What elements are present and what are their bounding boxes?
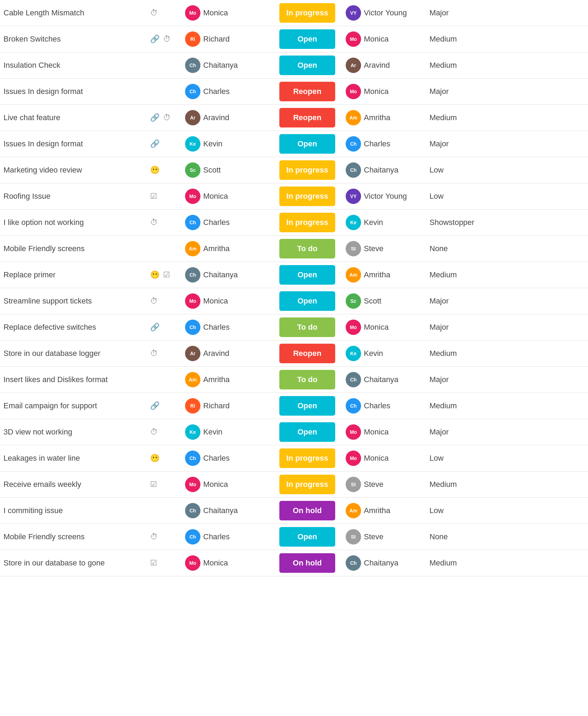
status-badge[interactable]: To do bbox=[279, 370, 335, 389]
avatar: Ke bbox=[185, 424, 200, 440]
assignee-left: MoMonica bbox=[185, 5, 248, 21]
status-badge[interactable]: In progress bbox=[279, 3, 335, 23]
assignee-left: AmAmritha bbox=[185, 372, 248, 387]
status-badge[interactable]: On hold bbox=[279, 501, 335, 520]
avatar: Ch bbox=[346, 555, 361, 571]
status-col: In progress bbox=[276, 3, 339, 23]
status-col: Open bbox=[276, 422, 339, 442]
avatar: Ch bbox=[346, 398, 361, 414]
assignee-right: MoMonica bbox=[346, 451, 422, 466]
check-icon: ☑ bbox=[150, 558, 157, 568]
assignee-right-name: Monica bbox=[364, 323, 389, 332]
avatar: Mo bbox=[346, 451, 361, 466]
avatar: Am bbox=[185, 241, 200, 256]
assignee-right: ChChaitanya bbox=[346, 555, 422, 571]
status-badge[interactable]: Open bbox=[279, 422, 335, 442]
status-col: Open bbox=[276, 396, 339, 416]
assignee-right: AmAmritha bbox=[346, 267, 422, 283]
clock-icon: ⏱ bbox=[150, 8, 158, 17]
avatar: Mo bbox=[185, 189, 200, 204]
status-col: Open bbox=[276, 527, 339, 547]
avatar: Ke bbox=[185, 136, 200, 152]
task-icons: 😶 bbox=[150, 166, 185, 175]
avatar: Mo bbox=[346, 320, 361, 335]
status-badge[interactable]: Open bbox=[279, 134, 335, 154]
task-name: Roofing Issue bbox=[3, 192, 150, 201]
status-badge[interactable]: To do bbox=[279, 239, 335, 258]
task-name: Marketing video review bbox=[3, 166, 150, 175]
task-icons: 🔗⏱ bbox=[150, 113, 185, 122]
avatar: Ch bbox=[185, 267, 200, 283]
status-col: Open bbox=[276, 29, 339, 49]
assignee-right-name: Monica bbox=[364, 87, 389, 96]
status-badge[interactable]: To do bbox=[279, 317, 335, 337]
assignee-left-name: Scott bbox=[203, 166, 221, 175]
avatar: Mo bbox=[185, 293, 200, 309]
assignee-left-name: Chaitanya bbox=[203, 61, 238, 70]
status-badge[interactable]: Open bbox=[279, 291, 335, 311]
avatar: Am bbox=[346, 503, 361, 518]
avatar: Mo bbox=[346, 84, 361, 99]
clock-icon: ⏱ bbox=[150, 532, 158, 541]
status-badge[interactable]: Open bbox=[279, 56, 335, 75]
table-row: Marketing video review😶ScScottIn progres… bbox=[0, 157, 588, 183]
status-badge[interactable]: Open bbox=[279, 527, 335, 547]
assignee-right-name: Kevin bbox=[364, 349, 383, 358]
avatar: St bbox=[346, 477, 361, 492]
assignee-left: ChCharles bbox=[185, 451, 248, 466]
assignee-right: ChChaitanya bbox=[346, 162, 422, 178]
status-badge[interactable]: In progress bbox=[279, 475, 335, 494]
status-badge[interactable]: On hold bbox=[279, 553, 335, 573]
status-badge[interactable]: Reopen bbox=[279, 344, 335, 363]
avatar: Mo bbox=[185, 555, 200, 571]
task-icons: ⏱ bbox=[150, 8, 185, 17]
assignee-right: MoMonica bbox=[346, 424, 422, 440]
task-icons: ⏱ bbox=[150, 349, 185, 358]
status-badge[interactable]: In progress bbox=[279, 213, 335, 232]
assignee-left-name: Charles bbox=[203, 218, 230, 227]
assignee-right-name: Steve bbox=[364, 532, 383, 541]
assignee-right: ArAravind bbox=[346, 58, 422, 73]
status-badge[interactable]: Reopen bbox=[279, 108, 335, 127]
avatar: VY bbox=[346, 5, 361, 21]
assignee-left: AmAmritha bbox=[185, 241, 248, 256]
avatar: Sc bbox=[185, 162, 200, 178]
status-col: To do bbox=[276, 317, 339, 337]
task-icons: ☑ bbox=[150, 192, 185, 201]
table-row: Leakages in water line😶ChCharlesIn progr… bbox=[0, 445, 588, 472]
task-icons: 🔗 bbox=[150, 401, 185, 410]
priority: Major bbox=[422, 323, 585, 332]
status-badge[interactable]: In progress bbox=[279, 187, 335, 206]
avatar: Mo bbox=[185, 477, 200, 492]
clock-icon: ⏱ bbox=[150, 349, 158, 358]
task-icons: 🔗 bbox=[150, 323, 185, 332]
assignee-right-name: Charles bbox=[364, 139, 390, 148]
priority: Major bbox=[422, 297, 585, 306]
status-badge[interactable]: Open bbox=[279, 265, 335, 285]
assignee-left: KeKevin bbox=[185, 136, 248, 152]
status-badge[interactable]: In progress bbox=[279, 160, 335, 180]
avatar: Am bbox=[346, 267, 361, 283]
clock-icon: ⏱ bbox=[150, 218, 158, 227]
table-row: Store in our database to gone☑MoMonicaOn… bbox=[0, 550, 588, 576]
task-icons: ☑ bbox=[150, 480, 185, 489]
assignee-left-name: Monica bbox=[203, 558, 228, 568]
priority: Major bbox=[422, 375, 585, 384]
priority: Low bbox=[422, 506, 585, 515]
priority: Medium bbox=[422, 270, 585, 279]
avatar: Ri bbox=[185, 398, 200, 414]
status-badge[interactable]: Open bbox=[279, 396, 335, 416]
clock-icon: ⏱ bbox=[150, 428, 158, 437]
assignee-right-name: Amritha bbox=[364, 113, 390, 122]
status-badge[interactable]: In progress bbox=[279, 448, 335, 468]
status-col: On hold bbox=[276, 553, 339, 573]
clock-icon: ⏱ bbox=[163, 113, 171, 122]
avatar: Ar bbox=[185, 346, 200, 361]
priority: Low bbox=[422, 454, 585, 463]
status-badge[interactable]: Open bbox=[279, 29, 335, 49]
avatar: Ch bbox=[346, 372, 361, 387]
assignee-right: MoMonica bbox=[346, 320, 422, 335]
avatar: VY bbox=[346, 189, 361, 204]
assignee-right-name: Monica bbox=[364, 35, 389, 44]
status-badge[interactable]: Reopen bbox=[279, 82, 335, 101]
